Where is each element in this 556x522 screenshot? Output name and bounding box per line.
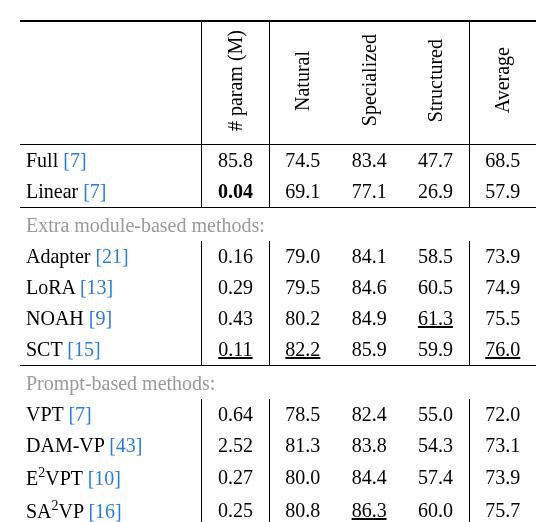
cite-link[interactable]: [10]: [88, 467, 121, 489]
method-cell: E2VPT [10]: [20, 461, 202, 494]
group-header-row: Prompt-based methods:: [20, 366, 536, 400]
value-cell: 0.29: [202, 272, 270, 303]
value-cell: 55.0: [402, 399, 469, 430]
value-cell: 57.9: [469, 176, 536, 208]
group-label: Extra module-based methods:: [20, 208, 536, 242]
table-row: SCT [15] 0.11 82.2 85.9 59.9 76.0: [20, 334, 536, 366]
group-header-row: Extra module-based methods:: [20, 208, 536, 242]
cite-link[interactable]: [16]: [88, 499, 121, 521]
value-cell: 26.9: [402, 176, 469, 208]
table-row: Adapter [21] 0.16 79.0 84.1 58.5 73.9: [20, 241, 536, 272]
header-row: # param (M) Natural Specialized Structur…: [20, 21, 536, 145]
col-average: Average: [469, 21, 536, 145]
results-table: # param (M) Natural Specialized Structur…: [20, 20, 536, 522]
group-label: Prompt-based methods:: [20, 366, 536, 400]
method-cell: DAM-VP [43]: [20, 430, 202, 461]
table-row: VPT [7] 0.64 78.5 82.4 55.0 72.0: [20, 399, 536, 430]
value-cell: 0.16: [202, 241, 270, 272]
cite-link[interactable]: [21]: [95, 245, 128, 267]
value-cell: 80.8: [269, 494, 336, 522]
value-cell: 79.5: [269, 272, 336, 303]
value-cell: 47.7: [402, 145, 469, 177]
value-cell: 81.3: [269, 430, 336, 461]
value-cell: 85.8: [202, 145, 270, 177]
value-cell: 60.0: [402, 494, 469, 522]
value-cell: 0.64: [202, 399, 270, 430]
table-row: E2VPT [10] 0.27 80.0 84.4 57.4 73.9: [20, 461, 536, 494]
col-structured: Structured: [402, 21, 469, 145]
value-cell: 80.2: [269, 303, 336, 334]
value-cell: 75.7: [469, 494, 536, 522]
value-cell: 75.5: [469, 303, 536, 334]
value-cell: 72.0: [469, 399, 536, 430]
value-cell: 80.0: [269, 461, 336, 494]
value-cell: 82.4: [336, 399, 402, 430]
value-cell: 0.25: [202, 494, 270, 522]
value-cell: 68.5: [469, 145, 536, 177]
cite-link[interactable]: [7]: [63, 149, 86, 171]
value-cell: 82.2: [269, 334, 336, 366]
value-cell: 0.04: [202, 176, 270, 208]
cite-link[interactable]: [15]: [67, 338, 100, 360]
value-cell: 74.5: [269, 145, 336, 177]
table-row: DAM-VP [43] 2.52 81.3 83.8 54.3 73.1: [20, 430, 536, 461]
method-cell: LoRA [13]: [20, 272, 202, 303]
col-param: # param (M): [202, 21, 270, 145]
method-cell: SA2VP [16]: [20, 494, 202, 522]
value-cell: 77.1: [336, 176, 402, 208]
cite-link[interactable]: [13]: [80, 276, 113, 298]
method-cell: NOAH [9]: [20, 303, 202, 334]
value-cell: 73.9: [469, 461, 536, 494]
value-cell: 84.6: [336, 272, 402, 303]
value-cell: 69.1: [269, 176, 336, 208]
col-method: [20, 21, 202, 145]
col-specialized: Specialized: [336, 21, 402, 145]
cite-link[interactable]: [7]: [68, 403, 91, 425]
value-cell: 54.3: [402, 430, 469, 461]
method-cell: SCT [15]: [20, 334, 202, 366]
value-cell: 86.3: [336, 494, 402, 522]
col-natural: Natural: [269, 21, 336, 145]
value-cell: 0.43: [202, 303, 270, 334]
table-row: LoRA [13] 0.29 79.5 84.6 60.5 74.9: [20, 272, 536, 303]
value-cell: 73.9: [469, 241, 536, 272]
value-cell: 60.5: [402, 272, 469, 303]
value-cell: 73.1: [469, 430, 536, 461]
value-cell: 58.5: [402, 241, 469, 272]
method-cell: VPT [7]: [20, 399, 202, 430]
value-cell: 79.0: [269, 241, 336, 272]
value-cell: 0.11: [202, 334, 270, 366]
value-cell: 78.5: [269, 399, 336, 430]
table-row: Linear [7] 0.04 69.1 77.1 26.9 57.9: [20, 176, 536, 208]
value-cell: 84.1: [336, 241, 402, 272]
value-cell: 83.8: [336, 430, 402, 461]
cite-link[interactable]: [7]: [83, 180, 106, 202]
cite-link[interactable]: [43]: [109, 434, 142, 456]
value-cell: 84.4: [336, 461, 402, 494]
value-cell: 84.9: [336, 303, 402, 334]
value-cell: 57.4: [402, 461, 469, 494]
value-cell: 0.27: [202, 461, 270, 494]
cite-link[interactable]: [9]: [89, 307, 112, 329]
value-cell: 2.52: [202, 430, 270, 461]
table-row: Full [7] 85.8 74.5 83.4 47.7 68.5: [20, 145, 536, 177]
method-cell: Full [7]: [20, 145, 202, 177]
table-row: NOAH [9] 0.43 80.2 84.9 61.3 75.5: [20, 303, 536, 334]
value-cell: 61.3: [402, 303, 469, 334]
method-cell: Linear [7]: [20, 176, 202, 208]
method-cell: Adapter [21]: [20, 241, 202, 272]
value-cell: 74.9: [469, 272, 536, 303]
value-cell: 59.9: [402, 334, 469, 366]
value-cell: 83.4: [336, 145, 402, 177]
table-row: SA2VP [16] 0.25 80.8 86.3 60.0 75.7: [20, 494, 536, 522]
value-cell: 76.0: [469, 334, 536, 366]
value-cell: 85.9: [336, 334, 402, 366]
